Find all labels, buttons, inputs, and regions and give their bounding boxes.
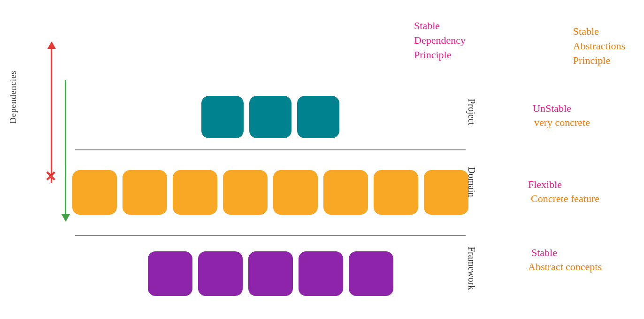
framework-box-3 <box>248 251 293 296</box>
red-arrow-up <box>51 47 52 183</box>
domain-layer-label: Domain <box>466 167 477 197</box>
domain-box-7 <box>374 170 418 215</box>
framework-box-2 <box>198 251 243 296</box>
sap-label: Stable Abstractions Principle <box>573 24 625 68</box>
framework-box-4 <box>299 251 343 296</box>
domain-box-5 <box>273 170 318 215</box>
domain-layer <box>75 149 466 235</box>
framework-layer <box>75 235 466 312</box>
project-layer-label: Project <box>466 99 477 125</box>
abstract-concepts-label: Abstract concepts <box>528 261 602 273</box>
project-box-1 <box>201 96 244 138</box>
concrete-feature-label: Concrete feature <box>531 193 599 205</box>
domain-box-4 <box>223 170 268 215</box>
diagram-container: Dependencies ✕ Project Domain Framework … <box>0 0 644 319</box>
domain-box-1 <box>72 170 117 215</box>
framework-box-5 <box>349 251 393 296</box>
framework-layer-label: Framework <box>466 247 477 290</box>
sdp-label: Stable Dependency Principle <box>414 19 466 62</box>
green-arrow-down <box>65 80 66 216</box>
stable-label: Stable <box>531 247 557 259</box>
dependencies-label: Dependencies <box>8 70 18 124</box>
domain-box-3 <box>173 170 217 215</box>
project-box-2 <box>249 96 291 138</box>
project-box-3 <box>297 96 339 138</box>
very-concrete-label: very concrete <box>534 117 590 129</box>
red-x-marker: ✕ <box>45 168 56 185</box>
domain-box-2 <box>123 170 167 215</box>
project-layer <box>75 85 466 149</box>
domain-box-8 <box>424 170 468 215</box>
framework-box-1 <box>148 251 192 296</box>
flexible-label: Flexible <box>528 179 562 191</box>
unstable-label: UnStable <box>533 102 571 115</box>
domain-box-6 <box>323 170 368 215</box>
